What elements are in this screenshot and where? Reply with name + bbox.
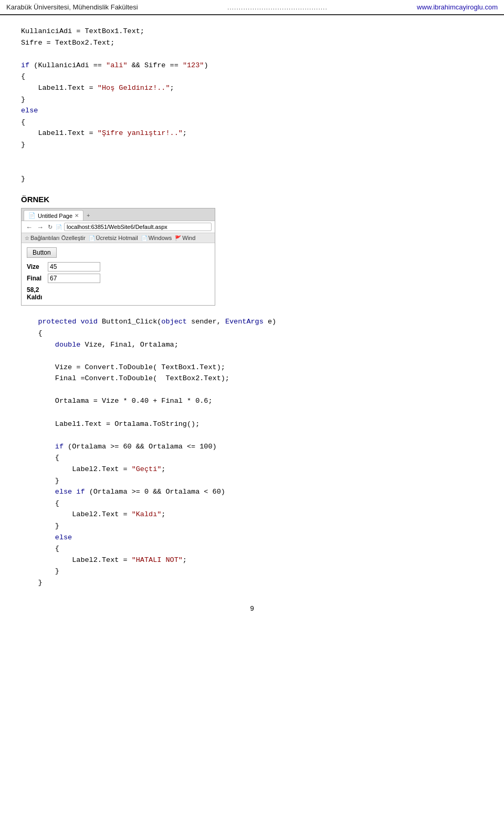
tab-close-icon[interactable]: ✕ <box>75 213 79 218</box>
code-block-2: protected void Button1_Click(object send… <box>21 316 483 588</box>
final-input[interactable] <box>48 274 100 283</box>
header-left: Karabük Üniversitesi, Mühendislik Fakült… <box>6 3 138 11</box>
ornek-label: ÖRNEK <box>21 195 483 204</box>
browser-tab-bar: 📄 Untitled Page ✕ + <box>22 208 215 221</box>
header-dots: ........................................… <box>227 4 328 11</box>
result-number: 58,2 <box>27 286 209 294</box>
tab-title: Untitled Page <box>38 213 72 219</box>
bookmark-3[interactable]: 📄 Windows <box>141 235 172 241</box>
bookmark-1-label: Bağlantıları Özelleştir <box>30 235 86 241</box>
browser-tab[interactable]: 📄 Untitled Page ✕ <box>24 210 83 221</box>
bookmark-2-label: Ücretsiz Hotmail <box>96 235 138 241</box>
vize-row: Vize <box>27 262 209 271</box>
new-tab-button[interactable]: + <box>83 211 93 220</box>
bookmark-4-label: Wind <box>182 235 195 241</box>
browser-mockup: 📄 Untitled Page ✕ + ← → ↻ 📄 ☆ Bağlantıla… <box>21 208 215 306</box>
browser-button[interactable]: Button <box>27 247 57 258</box>
bookmark-2[interactable]: 📄 Ücretsiz Hotmail <box>89 235 138 241</box>
vize-input[interactable] <box>48 262 100 271</box>
browser-content: Button Vize Final 58,2 Kaldı <box>22 243 215 305</box>
final-label: Final <box>27 275 48 282</box>
page-number: 9 <box>21 604 483 612</box>
back-button[interactable]: ← <box>25 223 34 231</box>
reload-button[interactable]: ↻ <box>47 224 54 231</box>
code-block-2-content: protected void Button1_Click(object send… <box>21 316 483 588</box>
page-header: Karabük Üniversitesi, Mühendislik Fakült… <box>0 0 504 15</box>
address-input[interactable] <box>64 223 212 231</box>
bookmark-4[interactable]: 🚩 Wind <box>175 235 195 241</box>
bookmark-3-label: Windows <box>149 235 172 241</box>
bookmark-star-icon: ☆ <box>25 235 29 241</box>
bookmark-page-icon-2: 📄 <box>89 235 95 241</box>
address-icon: 📄 <box>56 224 62 230</box>
bookmark-1[interactable]: ☆ Bağlantıları Özelleştir <box>25 235 86 241</box>
windows-flag-icon: 🚩 <box>175 235 181 241</box>
result-status: Kaldı <box>27 294 209 301</box>
main-content: KullaniciAdi = TextBox1.Text; Sifre = Te… <box>0 15 504 633</box>
tab-page-icon: 📄 <box>28 212 36 219</box>
header-right[interactable]: www.ibrahimcayiroglu.com <box>417 3 498 11</box>
code-block-1: KullaniciAdi = TextBox1.Text; Sifre = Te… <box>21 26 483 184</box>
final-row: Final <box>27 274 209 283</box>
result-value: 58,2 Kaldı <box>27 286 209 301</box>
browser-address-bar: ← → ↻ 📄 <box>22 221 215 233</box>
vize-label: Vize <box>27 263 48 270</box>
browser-bookmarks-bar: ☆ Bağlantıları Özelleştir 📄 Ücretsiz Hot… <box>22 233 215 243</box>
forward-button[interactable]: → <box>36 223 45 231</box>
bookmark-page-icon-3: 📄 <box>141 235 148 241</box>
